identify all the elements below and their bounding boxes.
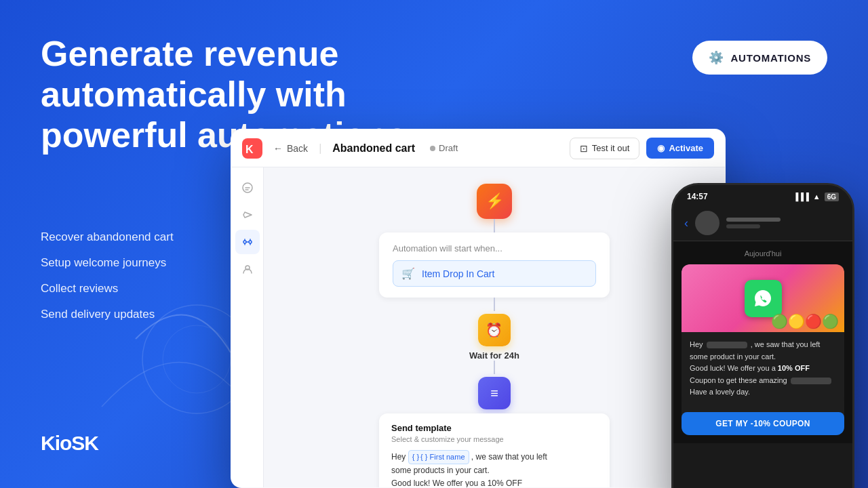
template-icon: ≡ (490, 386, 498, 401)
wait-icon[interactable]: ⏰ (478, 314, 511, 346)
automations-badge[interactable]: ⚙️ AUTOMATIONS (692, 41, 827, 75)
feature-item-4: Send delivery updates (41, 308, 174, 321)
draft-dot (430, 146, 435, 151)
phone-contact-sub (726, 224, 760, 228)
trigger-card[interactable]: Automation will start when... 🛒 Item Dro… (379, 232, 610, 298)
svg-point-1 (163, 325, 231, 393)
test-it-out-button[interactable]: ⊡ Test it out (570, 138, 640, 159)
send-card-title: Send template (391, 423, 597, 433)
trigger-icon-node: ⚡ (477, 184, 512, 219)
status-icons: ▐▐▐ ▲ 6G (793, 192, 839, 201)
coupon-button[interactable]: GET MY -10% COUPON (682, 412, 844, 435)
braces-icon: { } (412, 451, 419, 463)
phone-back-arrow[interactable]: ‹ (684, 216, 688, 230)
activate-icon: ◉ (657, 143, 665, 153)
send-card[interactable]: Send template Select & customize your me… (379, 413, 610, 487)
trigger-item-label: Item Drop In Cart (422, 268, 494, 279)
feature-item-2: Setup welcome journeys (41, 256, 174, 270)
connector-1 (494, 219, 495, 232)
logo: KioSK (41, 428, 115, 461)
badge-label: AUTOMATIONS (730, 52, 811, 64)
connector-2 (494, 298, 495, 311)
wifi-icon: ▲ (813, 192, 821, 201)
chat-message-image: 🟢🟡🔴🟢 (682, 264, 844, 332)
back-arrow-icon: ← (273, 143, 283, 154)
svg-text:KioSK: KioSK (41, 432, 99, 454)
draft-label: Draft (439, 143, 458, 153)
phone-time: 14:57 (687, 192, 708, 201)
whatsapp-box (745, 280, 782, 317)
feature-item-3: Collect reviews (41, 282, 174, 296)
trigger-item[interactable]: 🛒 Item Drop In Cart (393, 260, 596, 287)
cart-icon: 🛒 (401, 267, 415, 280)
window-title: Abandoned cart (332, 142, 415, 155)
wait-node: ⏰ Wait for 24h (469, 314, 519, 361)
back-button[interactable]: ← Back (273, 143, 308, 154)
activate-button[interactable]: ◉ Activate (646, 138, 714, 159)
clock-icon: ⏰ (486, 322, 502, 338)
sidebar-icon-chat[interactable] (235, 176, 260, 200)
connector-3 (494, 361, 495, 374)
gummy-bears-decoration: 🟢🟡🔴🟢 (771, 313, 839, 329)
test-icon: ⊡ (580, 143, 588, 154)
feature-list: Recover abandonend cart Setup welcome jo… (41, 230, 174, 321)
window-sidebar (231, 167, 264, 487)
back-label: Back (287, 143, 308, 154)
product-placeholder (791, 378, 831, 384)
name-placeholder (707, 342, 747, 348)
battery-icon: 6G (825, 192, 839, 201)
sidebar-icon-contacts[interactable] (235, 257, 260, 281)
phone-mock: 14:57 ▐▐▐ ▲ 6G ‹ Aujourd'hui (671, 183, 854, 488)
send-node: ≡ Send template Select & customize your … (379, 377, 610, 487)
phone-chat-header: ‹ (673, 205, 852, 241)
sidebar-icon-automation[interactable] (235, 230, 260, 254)
first-name-tag: { } { } First name (408, 450, 469, 464)
phone-avatar (695, 211, 719, 235)
send-card-message: Hey { } { } First name , we saw that you… (391, 450, 597, 487)
phone-name-area (726, 218, 842, 228)
discount-highlight: 10% OFF (778, 364, 810, 372)
chat-date: Aujourd'hui (682, 249, 844, 258)
chat-text-area: Hey , we saw that you left some product … (682, 332, 844, 405)
phone-status-bar: 14:57 ▐▐▐ ▲ 6G (673, 185, 852, 205)
sidebar-icon-campaign[interactable] (235, 203, 260, 227)
send-icon-node[interactable]: ≡ (478, 377, 511, 409)
draft-badge: Draft (430, 143, 458, 153)
signal-icon: ▐▐▐ (793, 192, 808, 201)
svg-text:K: K (245, 144, 254, 155)
flow-container: ⚡ Automation will start when... 🛒 Item D… (277, 184, 711, 487)
chat-message-bubble: 🟢🟡🔴🟢 Hey , we saw that you left some pro… (682, 264, 844, 435)
window-body: ⚡ Automation will start when... 🛒 Item D… (231, 167, 725, 487)
app-logo: K (242, 138, 262, 159)
phone-chat-area: Aujourd'hui 🟢🟡🔴🟢 Hey , we saw that (673, 241, 852, 443)
window-topbar: K ← Back | Abandoned cart Draft ⊡ Test i… (231, 129, 725, 167)
send-card-sub: Select & customize your message (391, 435, 597, 443)
phone-contact-bar (726, 218, 781, 222)
wait-label: Wait for 24h (469, 350, 519, 361)
topbar-actions: ⊡ Test it out ◉ Activate (570, 138, 714, 159)
trigger-card-title: Automation will start when... (393, 243, 596, 253)
canvas-area: ⚡ Automation will start when... 🛒 Item D… (264, 167, 725, 487)
chat-text: Hey , we saw that you left some product … (690, 339, 836, 399)
feature-item-1: Recover abandonend cart (41, 230, 174, 244)
app-window: K ← Back | Abandoned cart Draft ⊡ Test i… (231, 129, 726, 488)
badge-icon: ⚙️ (709, 50, 724, 65)
lightning-icon: ⚡ (486, 192, 504, 210)
